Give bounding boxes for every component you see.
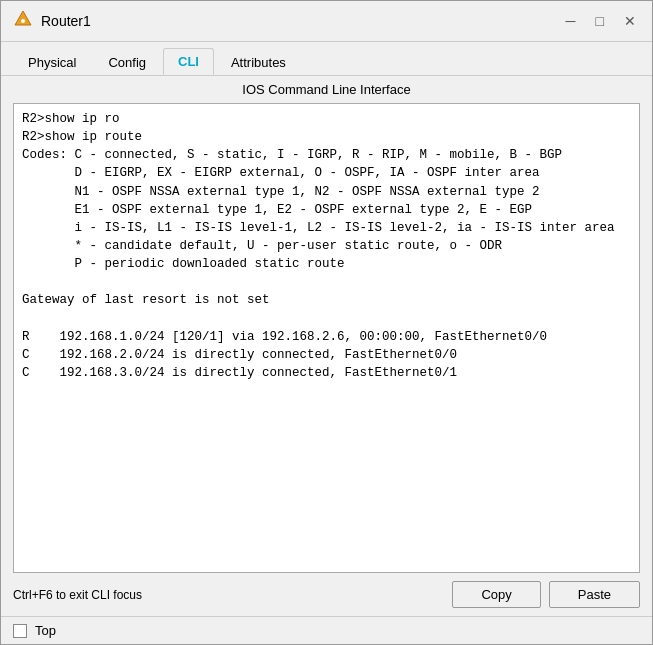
title-bar-controls: ─ □ ✕ [562, 12, 640, 30]
minimize-button[interactable]: ─ [562, 12, 580, 30]
main-window: Router1 ─ □ ✕ Physical Config CLI Attrib… [0, 0, 653, 645]
maximize-button[interactable]: □ [592, 12, 608, 30]
svg-point-1 [21, 19, 25, 23]
paste-button[interactable]: Paste [549, 581, 640, 608]
title-bar-left: Router1 [13, 9, 91, 33]
cli-hint: Ctrl+F6 to exit CLI focus [13, 588, 142, 602]
tab-config[interactable]: Config [93, 49, 161, 75]
window-title: Router1 [41, 13, 91, 29]
cli-section-label: IOS Command Line Interface [1, 76, 652, 103]
title-bar: Router1 ─ □ ✕ [1, 1, 652, 42]
cli-area: R2>show ip ro R2>show ip route Codes: C … [13, 103, 640, 573]
top-label: Top [35, 623, 56, 638]
bottom-bar: Ctrl+F6 to exit CLI focus Copy Paste [1, 573, 652, 616]
copy-button[interactable]: Copy [452, 581, 540, 608]
tab-cli[interactable]: CLI [163, 48, 214, 75]
tab-physical[interactable]: Physical [13, 49, 91, 75]
router-icon [13, 9, 33, 33]
close-button[interactable]: ✕ [620, 12, 640, 30]
cli-output[interactable]: R2>show ip ro R2>show ip route Codes: C … [14, 104, 639, 572]
top-checkbox[interactable] [13, 624, 27, 638]
footer-bar: Top [1, 616, 652, 644]
tab-bar: Physical Config CLI Attributes [1, 42, 652, 76]
action-buttons: Copy Paste [452, 581, 640, 608]
tab-attributes[interactable]: Attributes [216, 49, 301, 75]
